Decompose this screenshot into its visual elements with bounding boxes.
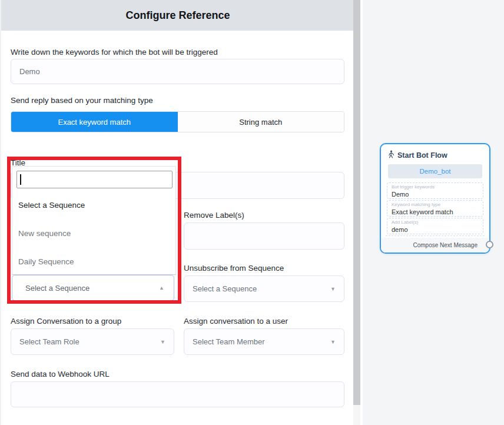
remove-labels-input[interactable] <box>184 223 344 250</box>
assign-user-select[interactable]: Select Team Member ▼ <box>184 328 344 355</box>
node-field-value: Exact keyword match <box>392 208 479 216</box>
webhook-url-input[interactable] <box>11 381 344 407</box>
keywords-label: Write down the keywords for which the bo… <box>11 48 218 57</box>
node-field-trigger-keywords[interactable]: Bot trigger keywords Demo <box>387 182 483 199</box>
sequence-dropdown-panel: Select a Sequence New sequence Daily Seq… <box>12 166 176 275</box>
flow-node-header: Start Bot Flow <box>388 150 447 160</box>
unsubscribe-sequence-value: Select a Sequence <box>193 284 257 293</box>
flow-canvas: Start Bot Flow Demo_bot Bot trigger keyw… <box>363 0 504 425</box>
caret-up-icon: ▲ <box>159 285 164 291</box>
caret-down-icon: ▼ <box>160 339 165 345</box>
node-field-add-labels[interactable]: Add Label(s) demo <box>387 218 483 234</box>
walking-person-icon <box>388 150 394 160</box>
configure-reference-screen: Configure Reference Write down the keywo… <box>0 0 504 425</box>
configure-panel: Configure Reference Write down the keywo… <box>0 0 353 425</box>
text-cursor <box>20 174 21 185</box>
matching-type-label: Send reply based on your matching type <box>11 96 153 105</box>
bot-name-chip[interactable]: Demo_bot <box>388 164 482 178</box>
node-field-label: Add Label(s) <box>392 220 479 225</box>
unsubscribe-sequence-label: Unsubscribe from Sequence <box>184 264 284 273</box>
caret-down-icon: ▼ <box>330 286 336 292</box>
node-divider <box>386 235 485 236</box>
connector-handle[interactable] <box>486 241 493 248</box>
keywords-input[interactable]: Demo <box>11 59 344 84</box>
tab-exact-keyword-match[interactable]: Exact keyword match <box>11 112 178 132</box>
sequence-option-new-sequence[interactable]: New sequence <box>18 229 71 238</box>
sequence-search-input[interactable] <box>16 171 173 188</box>
panel-header: Configure Reference <box>1 0 354 31</box>
unsubscribe-sequence-select[interactable]: Select a Sequence ▼ <box>184 275 344 302</box>
scrollbar-thumb[interactable] <box>353 0 360 405</box>
compose-next-message-footer: Compose Next Message <box>381 238 489 253</box>
assign-user-label: Assign conversation to a user <box>184 317 288 326</box>
start-bot-flow-node[interactable]: Start Bot Flow Demo_bot Bot trigger keyw… <box>380 143 490 254</box>
keywords-input-value: Demo <box>19 67 40 76</box>
subscribe-sequence-select[interactable]: Select a Sequence ▲ <box>12 275 174 301</box>
remove-labels-label: Remove Label(s) <box>184 211 244 220</box>
page-title: Configure Reference <box>1 0 354 31</box>
subscribe-sequence-value: Select a Sequence <box>25 284 89 293</box>
assign-user-value: Select Team Member <box>193 337 265 346</box>
assign-group-value: Select Team Role <box>19 337 79 346</box>
webhook-url-label: Send data to Webhook URL <box>11 370 110 378</box>
node-field-value: demo <box>392 225 479 234</box>
node-field-value: Demo <box>392 190 479 198</box>
matching-type-tabs: Exact keyword match String match <box>11 111 344 132</box>
sequence-option-daily-sequence[interactable]: Daily Sequence <box>18 257 74 266</box>
assign-group-label: Assign Conversation to a group <box>11 317 121 326</box>
vertical-scrollbar <box>353 0 360 425</box>
caret-down-icon: ▼ <box>330 339 336 345</box>
sequence-option-placeholder[interactable]: Select a Sequence <box>18 201 85 210</box>
node-field-label: Keyword matching type <box>392 202 479 208</box>
tab-string-match[interactable]: String match <box>178 112 344 132</box>
compose-next-message-label: Compose Next Message <box>413 242 478 248</box>
assign-group-select[interactable]: Select Team Role ▼ <box>11 328 174 355</box>
flow-node-title: Start Bot Flow <box>397 151 447 160</box>
node-field-label: Bot trigger keywords <box>392 184 479 190</box>
node-field-matching-type[interactable]: Keyword matching type Exact keyword matc… <box>387 200 483 217</box>
